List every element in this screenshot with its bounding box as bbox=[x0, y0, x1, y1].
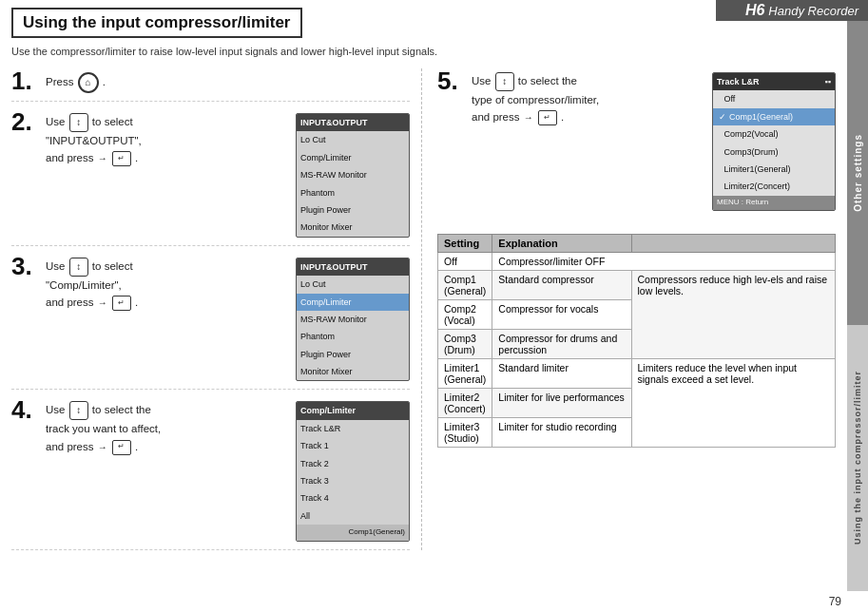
arrow-icon-4: → bbox=[98, 440, 107, 455]
screen-row-4-5: Track 4 bbox=[297, 489, 409, 507]
screen-row-2-5: Plugin Power bbox=[297, 201, 409, 219]
step-3-text: Use to select "Comp/Limiter", and press … bbox=[46, 258, 288, 382]
table-cell-setting-comp3: Comp3(Drum) bbox=[438, 329, 492, 358]
step-2-line3: "INPUT&OUTPUT", bbox=[46, 135, 142, 146]
screen-row-2-3: MS-RAW Monitor bbox=[297, 166, 409, 183]
step-4-layout: Use to select the track you want to affe… bbox=[46, 401, 410, 542]
step-4-number: 4. bbox=[11, 397, 40, 422]
step-3-line3: "Comp/Limiter", bbox=[46, 279, 122, 291]
screen-row-3-6: Monitor Mixer bbox=[297, 363, 409, 380]
table-cell-explanation-limiter3: Limiter for studio recording bbox=[492, 417, 631, 447]
step-2-content: Use to select "INPUT&OUTPUT", and press … bbox=[46, 109, 410, 238]
table-header-setting: Setting bbox=[438, 234, 492, 252]
screen-row-3-1: Lo Cut bbox=[297, 276, 409, 293]
screen-header-4: Comp/Limiter bbox=[297, 402, 409, 419]
screen-row-2-4: Phantom bbox=[297, 184, 409, 201]
table-cell-setting-comp2: Comp2(Vocal) bbox=[438, 299, 492, 329]
dropdown-row-5-3: Comp2(Vocal) bbox=[713, 125, 835, 143]
step-2-period: . bbox=[135, 152, 138, 163]
step-2-line2: to select bbox=[92, 116, 133, 127]
enter-icon-3: ↵ bbox=[112, 296, 131, 311]
arrow-icon-5: → bbox=[524, 110, 533, 125]
table-row-limiter1: Limiter1(General) Standard limiter Limit… bbox=[438, 358, 836, 388]
step-1-dot: . bbox=[103, 76, 106, 87]
enter-icon-5: ↵ bbox=[538, 110, 557, 125]
dropdown-mockup-5: Track L&R ▪▪ Off ✓Comp1(General) Comp2(V… bbox=[712, 72, 836, 211]
screen-mockup-3: INPUT&OUTPUT Lo Cut Comp/Limiter MS-RAW … bbox=[296, 258, 410, 382]
arrow-icon-2: → bbox=[98, 151, 107, 166]
step-5-layout: Use to select the type of compressor/lim… bbox=[472, 72, 836, 219]
screen-row-2-1: Lo Cut bbox=[297, 131, 409, 148]
step-2-number: 2. bbox=[11, 109, 40, 134]
screen-header-3: INPUT&OUTPUT bbox=[297, 258, 409, 276]
home-button-icon: ⌂ bbox=[78, 72, 99, 93]
step-2-line1: Use bbox=[46, 116, 68, 127]
step-1-content: Press ⌂ . bbox=[46, 68, 410, 93]
sidebar-right-bottom-text: Using the input compressor/limiter bbox=[853, 371, 862, 545]
table-cell-setting-limiter2: Limiter2(Concert) bbox=[438, 388, 492, 417]
screen-header-2: INPUT&OUTPUT bbox=[297, 114, 409, 131]
table-cell-explanation-off: Compressor/limiter OFF bbox=[492, 252, 836, 270]
table-cell-setting-comp1: Comp1(General) bbox=[438, 270, 492, 299]
dropdown-row-5-4: Comp3(Drum) bbox=[713, 143, 835, 161]
screen-row-2-2: Comp/Limiter bbox=[297, 149, 409, 166]
enter-icon-4: ↵ bbox=[112, 440, 131, 455]
step-3-period: . bbox=[135, 296, 138, 308]
screen-row-3-2: Comp/Limiter bbox=[297, 294, 409, 311]
page-title: Using the input compressor/limiter bbox=[23, 13, 291, 32]
scroll-icon-5 bbox=[495, 72, 514, 91]
step-4-line1: Use bbox=[46, 405, 68, 416]
screen-row-4-1: Track L&R bbox=[297, 420, 409, 437]
screen-row-4-6: All bbox=[297, 507, 409, 525]
step-5-line1: Use bbox=[472, 75, 494, 86]
title-bar: Using the input compressor/limiter bbox=[11, 8, 302, 38]
screen-mockup-4: Comp/Limiter Track L&R Track 1 Track 2 T… bbox=[296, 401, 410, 542]
scroll-icon-3 bbox=[69, 258, 88, 277]
screen-row-2-6: Monitor Mixer bbox=[297, 219, 409, 236]
step-5-text: Use to select the type of compressor/lim… bbox=[472, 72, 703, 126]
table-cell-explanation-limiter1: Standard limiter bbox=[492, 358, 631, 388]
step-3-content: Use to select "Comp/Limiter", and press … bbox=[46, 254, 410, 382]
screen-row-3-3: MS-RAW Monitor bbox=[297, 311, 409, 328]
step-3-line1: Use bbox=[46, 260, 68, 272]
step-5-period: . bbox=[561, 111, 564, 123]
screen-footer-4: Comp1(General) bbox=[297, 525, 409, 541]
step-4-period: . bbox=[135, 441, 138, 452]
table-row-comp1: Comp1(General) Standard compressor Compr… bbox=[438, 270, 836, 299]
step-2: 2. Use to select "INPUT&OUTPUT", and pre… bbox=[11, 109, 410, 246]
step-4-line2: to select the bbox=[92, 405, 151, 416]
step-5-line4: and press bbox=[472, 111, 523, 123]
step-4-text: Use to select the track you want to affe… bbox=[46, 401, 288, 542]
step-1-text: Press bbox=[46, 76, 77, 87]
columns-layout: 1. Press ⌂ . 2. Use to select bbox=[11, 68, 836, 550]
subtitle: Use the compressor/limiter to raise low-… bbox=[11, 46, 836, 57]
table-cell-explanation-comp1: Standard compressor bbox=[492, 270, 631, 299]
table-cell-note-comp: Compressors reduce high lev-els and rais… bbox=[631, 270, 835, 358]
screen-row-4-2: Track 1 bbox=[297, 437, 409, 454]
table-cell-explanation-limiter2: Limiter for live performances bbox=[492, 388, 631, 417]
screen-row-3-4: Phantom bbox=[297, 328, 409, 345]
dropdown-row-5-5: Limiter1(General) bbox=[713, 161, 835, 178]
step-3-number: 3. bbox=[11, 254, 40, 278]
dropdown-row-5-1: Off bbox=[713, 90, 835, 107]
step-3-line2: to select bbox=[92, 260, 133, 272]
sidebar-right-top-text: Other settings bbox=[853, 134, 863, 212]
step-4-line3: track you want to affect, bbox=[46, 423, 161, 434]
table-row-off: Off Compressor/limiter OFF bbox=[438, 252, 836, 270]
step-1: 1. Press ⌂ . bbox=[11, 68, 410, 102]
dropdown-header-5: Track L&R ▪▪ bbox=[713, 73, 835, 90]
table-cell-note-limiter: Limiters reduce the level when input sig… bbox=[631, 358, 835, 447]
screen-mockup-2: INPUT&OUTPUT Lo Cut Comp/Limiter MS-RAW … bbox=[296, 113, 410, 238]
screen-row-3-5: Plugin Power bbox=[297, 346, 409, 363]
main-content: Using the input compressor/limiter Use t… bbox=[0, 0, 847, 612]
col-right: 5. Use to select the type of compressor/… bbox=[437, 68, 836, 550]
table-cell-setting-limiter1: Limiter1(General) bbox=[438, 358, 492, 388]
enter-icon-2: ↵ bbox=[112, 151, 131, 166]
step-4: 4. Use to select the track you want to a… bbox=[11, 397, 410, 550]
step-3: 3. Use to select "Comp/Limiter", and pre… bbox=[11, 254, 410, 391]
step-5-line3: type of compressor/limiter, bbox=[472, 94, 599, 105]
screen-row-4-3: Track 2 bbox=[297, 455, 409, 472]
dropdown-row-5-6: Limiter2(Concert) bbox=[713, 178, 835, 195]
screen-row-4-4: Track 3 bbox=[297, 472, 409, 489]
table-header-note bbox=[631, 234, 835, 252]
